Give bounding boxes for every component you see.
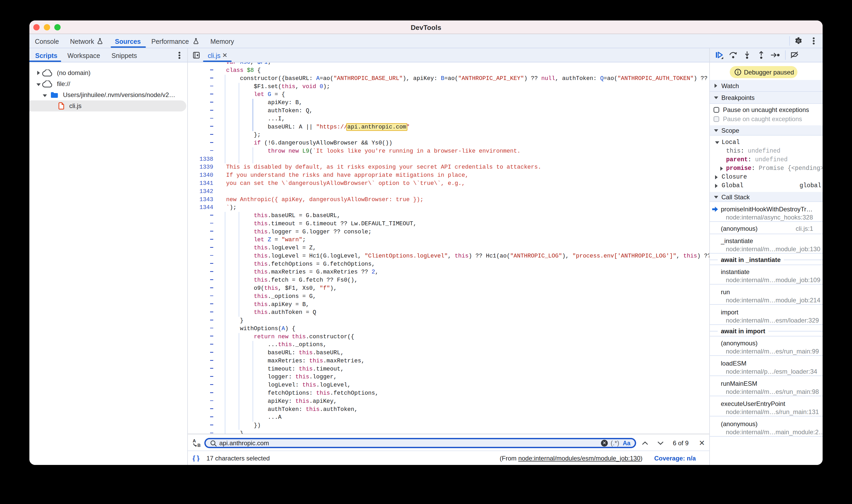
svg-text:A: A [193, 438, 196, 444]
svg-text:B: B [197, 443, 200, 448]
svg-text:{: { [193, 455, 195, 462]
svg-text:}: } [197, 455, 200, 462]
